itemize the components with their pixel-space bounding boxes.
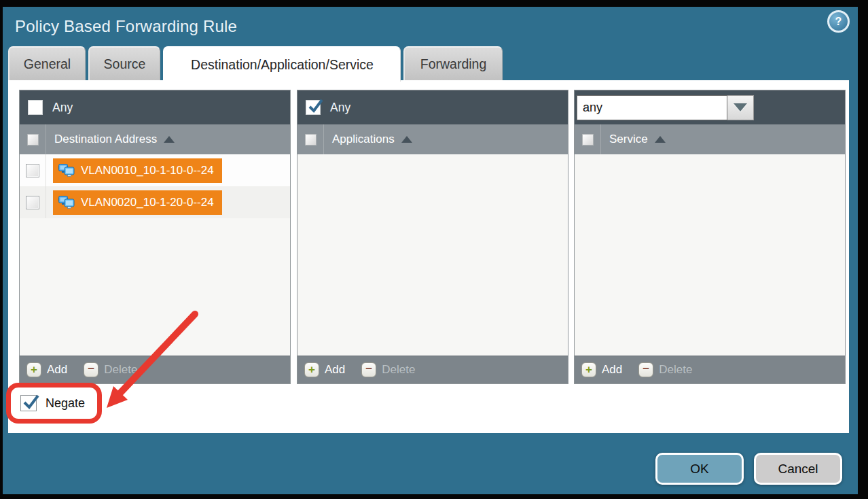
negate-label: Negate (46, 396, 85, 411)
delete-button[interactable]: Delete (104, 363, 137, 377)
tab-forwarding-label: Forwarding (420, 56, 487, 72)
destination-list: VLAN0010_10-1-10-0--24 (20, 154, 290, 356)
service-select-all-checkbox[interactable] (582, 134, 594, 145)
dialog-title: Policy Based Forwarding Rule (15, 17, 237, 36)
pbf-rule-dialog: Policy Based Forwarding Rule ? General S… (3, 7, 858, 494)
applications-footer: + Add − Delete (297, 356, 568, 383)
ok-button[interactable]: OK (655, 453, 744, 485)
service-list (575, 154, 845, 356)
service-combobox: any (577, 95, 754, 120)
service-header-label[interactable]: Service (609, 133, 648, 146)
destination-footer: + Add − Delete (20, 356, 290, 383)
row-checkbox[interactable] (26, 164, 39, 177)
service-dropdown[interactable]: any (577, 95, 727, 120)
add-button[interactable]: Add (47, 363, 67, 377)
checkmark-icon (307, 98, 325, 116)
address-object-label: VLAN0020_10-1-20-0--24 (81, 196, 214, 209)
service-column-header: Service (575, 124, 845, 154)
applications-select-all-checkbox[interactable] (305, 134, 317, 145)
destination-column-header: Destination Address (20, 124, 290, 154)
tab-general-label: General (24, 56, 71, 72)
address-object-label: VLAN0010_10-1-10-0--24 (81, 164, 214, 177)
delete-icon[interactable]: − (638, 362, 653, 377)
add-button[interactable]: Add (602, 363, 622, 377)
sort-ascending-icon (164, 136, 175, 143)
applications-panel: Any Applications + Add − Delete (297, 90, 568, 384)
applications-list (297, 154, 568, 356)
negate-control: Negate (20, 395, 85, 411)
tab-forwarding[interactable]: Forwarding (403, 46, 503, 80)
destination-panel: Any Destination Address (19, 90, 291, 384)
destination-any-label: Any (52, 101, 73, 115)
row-checkbox[interactable] (26, 196, 39, 209)
network-icon (58, 164, 75, 177)
tab-destination-application-service[interactable]: Destination/Application/Service (163, 46, 401, 82)
network-icon (58, 196, 75, 209)
tab-source-label: Source (104, 56, 146, 72)
destination-select-all-checkbox[interactable] (27, 134, 39, 145)
applications-header-label[interactable]: Applications (332, 133, 395, 146)
table-row: VLAN0010_10-1-10-0--24 (20, 154, 290, 186)
pbf-rule-window: Policy Based Forwarding Rule ? General S… (0, 0, 868, 499)
applications-any-checkbox[interactable] (306, 100, 321, 115)
sort-ascending-icon (401, 136, 412, 143)
table-row: VLAN0020_10-1-20-0--24 (20, 186, 290, 218)
service-any-bar: any (575, 90, 845, 124)
sort-ascending-icon (655, 136, 666, 143)
negate-checkbox[interactable] (20, 395, 37, 411)
checkmark-icon (22, 393, 41, 412)
destination-any-checkbox[interactable] (28, 100, 43, 115)
destination-header-label[interactable]: Destination Address (54, 133, 157, 146)
applications-any-label: Any (330, 101, 350, 115)
delete-icon[interactable]: − (84, 362, 98, 377)
cancel-button-label: Cancel (778, 462, 818, 477)
ok-button-label: OK (690, 462, 708, 477)
question-mark-icon: ? (835, 16, 842, 28)
applications-any-bar: Any (297, 90, 568, 124)
destination-any-bar: Any (20, 90, 290, 124)
applications-column-header: Applications (297, 124, 568, 154)
tab-source[interactable]: Source (88, 46, 160, 80)
address-object[interactable]: VLAN0020_10-1-20-0--24 (53, 190, 222, 215)
service-dropdown-button[interactable] (727, 95, 754, 120)
tab-general[interactable]: General (8, 46, 86, 80)
delete-button[interactable]: Delete (382, 363, 415, 377)
delete-icon[interactable]: − (361, 362, 376, 377)
chevron-down-icon (734, 103, 747, 111)
service-dropdown-value: any (583, 101, 602, 115)
help-button[interactable]: ? (827, 10, 850, 33)
service-footer: + Add − Delete (575, 356, 845, 383)
add-icon[interactable]: + (26, 362, 41, 377)
add-button[interactable]: Add (325, 363, 345, 377)
tab-content-area: Any Destination Address (8, 80, 849, 433)
tab-destination-label: Destination/Application/Service (191, 57, 374, 73)
service-panel: any Service + Add − (574, 90, 846, 384)
address-object[interactable]: VLAN0010_10-1-10-0--24 (53, 158, 222, 183)
add-icon[interactable]: + (304, 362, 319, 377)
delete-button[interactable]: Delete (659, 363, 692, 377)
cancel-button[interactable]: Cancel (754, 453, 842, 485)
add-icon[interactable]: + (581, 362, 596, 377)
tab-bar: General Source Destination/Application/S… (8, 46, 503, 82)
